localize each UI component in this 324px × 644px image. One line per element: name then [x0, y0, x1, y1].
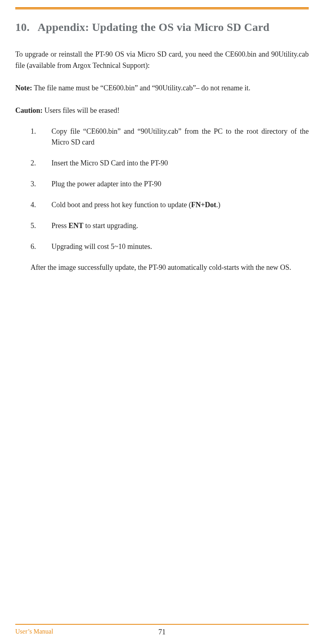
note-text: The file name must be “CE600.bin” and “9… — [32, 84, 250, 92]
step-item: Plug the power adapter into the PT-90 — [31, 179, 309, 190]
step-item: Press ENT to start upgrading. — [31, 220, 309, 232]
steps-list: Copy file “CE600.bin” and “90Utility.cab… — [15, 126, 309, 253]
step-bold: FN+Dot — [191, 201, 216, 209]
note-row: Note: The file name must be “CE600.bin” … — [15, 83, 309, 94]
content-body: To upgrade or reinstall the PT-90 OS via… — [15, 49, 309, 273]
section-heading: 10.Appendix: Updating the OS via Micro S… — [15, 21, 309, 34]
footer-left-text: User’s Manual — [15, 628, 53, 635]
step-pre: Insert the Micro SD Card into the PT-90 — [51, 159, 168, 167]
closing-paragraph: After the image successfully update, the… — [15, 262, 309, 273]
step-suf: .) — [216, 201, 221, 209]
step-pre: Copy file “CE600.bin” and “90Utility.cab… — [51, 127, 309, 147]
step-pre: Upgrading will cost 5~10 minutes. — [51, 243, 152, 251]
step-bold: ENT — [69, 222, 84, 230]
step-item: Insert the Micro SD Card into the PT-90 — [31, 158, 309, 169]
caution-text: Users files will be erased! — [43, 106, 119, 114]
step-pre: Press — [51, 222, 69, 230]
page-number: 71 — [158, 628, 166, 636]
section-title: Appendix: Updating the OS via Micro SD C… — [38, 21, 270, 33]
caution-row: Caution: Users files will be erased! — [15, 105, 309, 116]
step-pre: Plug the power adapter into the PT-90 — [51, 180, 161, 188]
step-pre: Cold boot and press hot key function to … — [51, 201, 191, 209]
note-label: Note: — [15, 84, 32, 92]
step-item: Cold boot and press hot key function to … — [31, 200, 309, 211]
section-number: 10. — [15, 21, 30, 34]
caution-label: Caution: — [15, 106, 43, 114]
step-item: Upgrading will cost 5~10 minutes. — [31, 241, 309, 253]
step-item: Copy file “CE600.bin” and “90Utility.cab… — [31, 126, 309, 149]
footer-rule — [15, 624, 309, 625]
footer: User’s Manual 71 — [15, 628, 309, 635]
step-suf: to start upgrading. — [84, 222, 138, 230]
intro-paragraph: To upgrade or reinstall the PT-90 OS via… — [15, 49, 309, 71]
top-rule — [15, 7, 309, 10]
